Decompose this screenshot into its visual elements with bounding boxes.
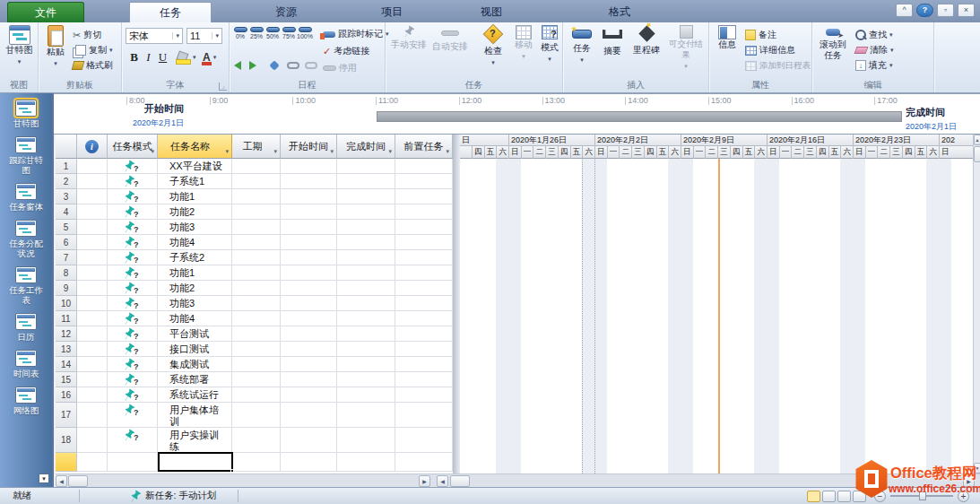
duration-cell[interactable] <box>232 326 281 342</box>
gantt-chart-button[interactable]: 甘特图 ▾ <box>3 25 36 67</box>
start-cell[interactable] <box>281 357 337 372</box>
insert-milestone-button[interactable]: 里程碑 <box>629 25 663 56</box>
gantt-view-shortcut-icon[interactable] <box>807 491 820 502</box>
finish-cell[interactable] <box>337 372 395 387</box>
task-name-cell[interactable]: 用户集体培训 <box>158 403 232 428</box>
start-cell[interactable] <box>281 174 337 189</box>
table-row[interactable]: 17?用户集体培训 <box>56 403 453 428</box>
info-cell[interactable] <box>77 342 108 357</box>
finish-cell[interactable] <box>337 159 395 174</box>
task-mode-cell[interactable]: ? <box>108 204 158 220</box>
duration-cell[interactable] <box>232 403 281 428</box>
info-cell[interactable] <box>77 326 108 342</box>
tab-resource[interactable]: 资源 <box>249 2 323 22</box>
details-button[interactable]: 详细信息 <box>745 43 795 57</box>
start-cell[interactable] <box>281 296 337 311</box>
predecessors-cell[interactable] <box>395 428 453 453</box>
table-row[interactable]: 4?功能2 <box>56 204 453 220</box>
link-tasks-button[interactable] <box>287 58 299 73</box>
task-mode-cell[interactable]: ? <box>108 372 158 387</box>
info-cell[interactable] <box>77 250 108 265</box>
duration-cell[interactable] <box>232 189 281 204</box>
scroll-up-icon[interactable]: ▲ <box>974 135 980 145</box>
sheet-view-shortcut-icon[interactable] <box>853 491 866 502</box>
mark-on-track-button[interactable]: 跟踪时标记 ▾ <box>323 27 389 41</box>
percent-75%-button[interactable]: 75% <box>282 27 296 39</box>
table-row[interactable]: 7?子系统2 <box>56 250 453 265</box>
task-mode-cell[interactable]: ? <box>108 342 158 357</box>
auto-schedule-button[interactable]: 自动安排 <box>430 25 470 52</box>
selected-cell[interactable] <box>158 452 233 472</box>
task-mode-cell[interactable]: ? <box>108 387 158 403</box>
empty-cell[interactable] <box>337 453 395 472</box>
empty-cell[interactable] <box>281 453 337 472</box>
info-cell[interactable] <box>77 387 108 403</box>
duration-cell[interactable] <box>232 220 281 235</box>
add-to-timeline-button[interactable]: 添加到日程表 <box>745 58 811 73</box>
task-name-cell[interactable]: 系统部署 <box>158 372 232 387</box>
table-row[interactable]: 2?子系统1 <box>56 174 453 189</box>
insert-task-button[interactable]: 任务 ▾ <box>568 25 595 65</box>
duration-cell[interactable] <box>232 428 281 453</box>
row-number-cell[interactable]: 9 <box>56 281 77 296</box>
table-row[interactable]: 13?接口测试 <box>56 342 453 357</box>
table-scroll-right-icon[interactable]: ▶ <box>419 475 430 487</box>
predecessors-cell[interactable] <box>395 265 453 281</box>
vertical-scrollbar[interactable]: ▲ ▼ <box>973 135 980 474</box>
view-item-6[interactable]: 日历 <box>5 313 47 342</box>
task-name-cell[interactable]: 子系统2 <box>158 250 232 265</box>
finish-cell[interactable] <box>337 311 395 326</box>
finish-cell[interactable] <box>337 403 395 428</box>
unlink-tasks-button[interactable] <box>305 58 317 73</box>
finish-cell[interactable] <box>337 428 395 453</box>
finish-cell[interactable] <box>337 204 395 220</box>
inspect-task-button[interactable]: ? 检查 ▾ <box>479 25 507 68</box>
predecessors-cell[interactable] <box>395 326 453 342</box>
task-name-cell[interactable]: 接口测试 <box>158 342 232 357</box>
gantt-scroll-left-icon[interactable]: ◀ <box>437 475 448 487</box>
usage-view-shortcut-icon[interactable] <box>822 491 836 502</box>
bold-button[interactable]: B <box>127 50 141 65</box>
view-item-5[interactable]: 任务工作表 <box>5 266 47 305</box>
copy-button[interactable]: 复制 ▾ <box>73 43 113 57</box>
task-information-button[interactable]: 信息 <box>713 25 742 50</box>
view-item-3[interactable]: 任务窗体 <box>5 183 47 212</box>
duration-cell[interactable] <box>232 174 281 189</box>
column-header-task-mode[interactable]: 任务模式▾ <box>108 135 158 159</box>
find-button[interactable]: 查找 ▾ <box>855 28 893 42</box>
task-mode-cell[interactable]: ? <box>108 403 158 428</box>
start-cell[interactable] <box>281 403 337 428</box>
row-number-cell[interactable]: 10 <box>56 296 77 311</box>
timeline-bar[interactable] <box>377 111 902 122</box>
start-cell[interactable] <box>281 235 337 250</box>
predecessors-cell[interactable] <box>395 174 453 189</box>
insert-deliverable-button[interactable]: 可交付结果 ▾ <box>665 25 707 72</box>
predecessors-cell[interactable] <box>395 372 453 387</box>
respect-links-button[interactable]: ✓ 考虑链接 <box>323 44 369 58</box>
tab-file[interactable]: 文件 <box>7 2 84 22</box>
task-name-cell[interactable]: 功能2 <box>158 204 232 220</box>
empty-cell[interactable] <box>395 453 453 472</box>
row-number-cell[interactable]: 12 <box>56 326 77 342</box>
column-header-task-name[interactable]: 任务名称▾ <box>158 135 232 159</box>
duration-cell[interactable] <box>232 387 281 403</box>
table-row[interactable]: 16?系统试运行 <box>56 387 453 403</box>
tab-task[interactable]: 任务 <box>129 2 212 22</box>
row-number-cell[interactable]: 16 <box>56 387 77 403</box>
task-mode-cell[interactable]: ? <box>108 174 158 189</box>
duration-cell[interactable] <box>232 372 281 387</box>
finish-cell[interactable] <box>337 250 395 265</box>
task-name-cell[interactable]: 功能3 <box>158 220 232 235</box>
predecessors-cell[interactable] <box>395 296 453 311</box>
split-task-button[interactable] <box>271 58 278 73</box>
start-cell[interactable] <box>281 265 337 281</box>
start-cell[interactable] <box>281 204 337 220</box>
task-mode-cell[interactable]: ? <box>108 326 158 342</box>
task-mode-cell[interactable]: ? <box>108 235 158 250</box>
table-row[interactable]: 10?功能3 <box>56 296 453 311</box>
task-notes-button[interactable]: 备注 <box>745 28 776 42</box>
duration-cell[interactable] <box>232 204 281 220</box>
row-number-cell[interactable]: 1 <box>56 159 77 174</box>
duration-cell[interactable] <box>232 296 281 311</box>
row-number-cell[interactable]: 8 <box>56 265 77 281</box>
